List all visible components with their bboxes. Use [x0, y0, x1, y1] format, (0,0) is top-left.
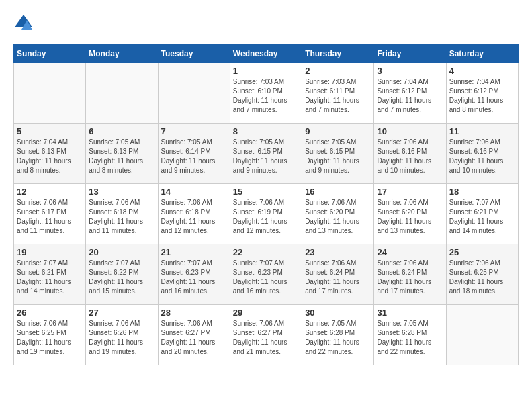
day-number: 6 — [89, 126, 154, 136]
day-info: Sunrise: 7:06 AM Sunset: 6:19 PM Dayligh… — [233, 198, 299, 236]
day-info: Sunrise: 7:06 AM Sunset: 6:27 PM Dayligh… — [161, 319, 227, 357]
day-number: 21 — [161, 247, 227, 257]
day-number: 8 — [233, 126, 299, 136]
day-info: Sunrise: 7:06 AM Sunset: 6:16 PM Dayligh… — [377, 138, 443, 175]
calendar-cell: 26Sunrise: 7:06 AM Sunset: 6:25 PM Dayli… — [14, 305, 86, 365]
day-info: Sunrise: 7:05 AM Sunset: 6:15 PM Dayligh… — [305, 138, 371, 175]
week-row-4: 19Sunrise: 7:07 AM Sunset: 6:21 PM Dayli… — [14, 244, 519, 305]
day-number: 9 — [305, 126, 371, 136]
weekday-header-tuesday: Tuesday — [158, 45, 230, 63]
day-number: 12 — [17, 187, 83, 197]
day-number: 3 — [377, 66, 443, 76]
calendar-cell — [158, 63, 230, 124]
calendar-cell: 8Sunrise: 7:05 AM Sunset: 6:15 PM Daylig… — [230, 124, 302, 184]
day-info: Sunrise: 7:06 AM Sunset: 6:27 PM Dayligh… — [233, 319, 299, 357]
calendar-cell: 13Sunrise: 7:06 AM Sunset: 6:18 PM Dayli… — [86, 184, 158, 244]
calendar-cell: 16Sunrise: 7:06 AM Sunset: 6:20 PM Dayli… — [302, 184, 374, 244]
logo-icon — [13, 13, 34, 34]
day-info: Sunrise: 7:04 AM Sunset: 6:12 PM Dayligh… — [377, 77, 443, 115]
day-info: Sunrise: 7:05 AM Sunset: 6:14 PM Dayligh… — [161, 138, 227, 175]
day-number: 17 — [377, 187, 443, 197]
week-row-2: 5Sunrise: 7:04 AM Sunset: 6:13 PM Daylig… — [14, 124, 519, 184]
day-info: Sunrise: 7:06 AM Sunset: 6:17 PM Dayligh… — [17, 198, 83, 236]
day-number: 2 — [305, 66, 371, 76]
calendar-cell: 11Sunrise: 7:06 AM Sunset: 6:16 PM Dayli… — [446, 124, 518, 184]
week-row-3: 12Sunrise: 7:06 AM Sunset: 6:17 PM Dayli… — [14, 184, 519, 244]
calendar-cell — [86, 63, 158, 124]
day-number: 25 — [449, 247, 515, 257]
day-number: 31 — [377, 308, 443, 318]
day-info: Sunrise: 7:05 AM Sunset: 6:28 PM Dayligh… — [377, 319, 443, 357]
day-number: 27 — [89, 308, 154, 318]
calendar-cell: 14Sunrise: 7:06 AM Sunset: 6:18 PM Dayli… — [158, 184, 230, 244]
page-header — [13, 13, 519, 34]
calendar-cell: 27Sunrise: 7:06 AM Sunset: 6:26 PM Dayli… — [86, 305, 158, 365]
calendar-cell: 12Sunrise: 7:06 AM Sunset: 6:17 PM Dayli… — [14, 184, 86, 244]
day-number: 19 — [17, 247, 83, 257]
day-info: Sunrise: 7:06 AM Sunset: 6:16 PM Dayligh… — [449, 138, 515, 175]
weekday-header-saturday: Saturday — [446, 45, 518, 63]
day-info: Sunrise: 7:07 AM Sunset: 6:22 PM Dayligh… — [89, 259, 154, 296]
day-info: Sunrise: 7:06 AM Sunset: 6:26 PM Dayligh… — [89, 319, 154, 357]
calendar-cell: 7Sunrise: 7:05 AM Sunset: 6:14 PM Daylig… — [158, 124, 230, 184]
day-number: 10 — [377, 126, 443, 136]
day-info: Sunrise: 7:06 AM Sunset: 6:18 PM Dayligh… — [89, 198, 154, 236]
day-info: Sunrise: 7:06 AM Sunset: 6:25 PM Dayligh… — [449, 259, 515, 296]
day-number: 30 — [305, 308, 371, 318]
day-info: Sunrise: 7:05 AM Sunset: 6:15 PM Dayligh… — [233, 138, 299, 175]
day-number: 29 — [233, 308, 299, 318]
calendar-cell: 6Sunrise: 7:05 AM Sunset: 6:13 PM Daylig… — [86, 124, 158, 184]
day-info: Sunrise: 7:05 AM Sunset: 6:28 PM Dayligh… — [305, 319, 371, 357]
day-number: 7 — [161, 126, 227, 136]
day-info: Sunrise: 7:06 AM Sunset: 6:20 PM Dayligh… — [377, 198, 443, 236]
calendar-cell: 25Sunrise: 7:06 AM Sunset: 6:25 PM Dayli… — [446, 244, 518, 305]
calendar-cell: 21Sunrise: 7:07 AM Sunset: 6:23 PM Dayli… — [158, 244, 230, 305]
day-info: Sunrise: 7:03 AM Sunset: 6:10 PM Dayligh… — [233, 77, 299, 115]
day-info: Sunrise: 7:06 AM Sunset: 6:18 PM Dayligh… — [161, 198, 227, 236]
calendar-cell: 15Sunrise: 7:06 AM Sunset: 6:19 PM Dayli… — [230, 184, 302, 244]
day-info: Sunrise: 7:04 AM Sunset: 6:13 PM Dayligh… — [17, 138, 83, 175]
day-info: Sunrise: 7:06 AM Sunset: 6:20 PM Dayligh… — [305, 198, 371, 236]
calendar-cell — [14, 63, 86, 124]
day-number: 16 — [305, 187, 371, 197]
logo — [13, 13, 36, 34]
day-info: Sunrise: 7:05 AM Sunset: 6:13 PM Dayligh… — [89, 138, 154, 175]
day-info: Sunrise: 7:07 AM Sunset: 6:23 PM Dayligh… — [233, 259, 299, 296]
day-number: 13 — [89, 187, 154, 197]
day-info: Sunrise: 7:07 AM Sunset: 6:23 PM Dayligh… — [161, 259, 227, 296]
calendar-cell: 5Sunrise: 7:04 AM Sunset: 6:13 PM Daylig… — [14, 124, 86, 184]
day-info: Sunrise: 7:04 AM Sunset: 6:12 PM Dayligh… — [449, 77, 515, 115]
day-number: 5 — [17, 126, 83, 136]
weekday-header-monday: Monday — [86, 45, 158, 63]
calendar-cell: 9Sunrise: 7:05 AM Sunset: 6:15 PM Daylig… — [302, 124, 374, 184]
day-number: 18 — [449, 187, 515, 197]
calendar-cell: 10Sunrise: 7:06 AM Sunset: 6:16 PM Dayli… — [374, 124, 446, 184]
calendar-cell: 1Sunrise: 7:03 AM Sunset: 6:10 PM Daylig… — [230, 63, 302, 124]
day-number: 14 — [161, 187, 227, 197]
calendar: SundayMondayTuesdayWednesdayThursdayFrid… — [13, 44, 519, 365]
day-number: 26 — [17, 308, 83, 318]
day-info: Sunrise: 7:06 AM Sunset: 6:24 PM Dayligh… — [377, 259, 443, 296]
calendar-cell: 24Sunrise: 7:06 AM Sunset: 6:24 PM Dayli… — [374, 244, 446, 305]
calendar-cell — [446, 305, 518, 365]
weekday-header-wednesday: Wednesday — [230, 45, 302, 63]
calendar-cell: 19Sunrise: 7:07 AM Sunset: 6:21 PM Dayli… — [14, 244, 86, 305]
weekday-header-friday: Friday — [374, 45, 446, 63]
day-number: 1 — [233, 66, 299, 76]
day-info: Sunrise: 7:07 AM Sunset: 6:21 PM Dayligh… — [449, 198, 515, 236]
calendar-cell: 4Sunrise: 7:04 AM Sunset: 6:12 PM Daylig… — [446, 63, 518, 124]
day-number: 28 — [161, 308, 227, 318]
day-info: Sunrise: 7:06 AM Sunset: 6:25 PM Dayligh… — [17, 319, 83, 357]
day-info: Sunrise: 7:06 AM Sunset: 6:24 PM Dayligh… — [305, 259, 371, 296]
calendar-cell: 29Sunrise: 7:06 AM Sunset: 6:27 PM Dayli… — [230, 305, 302, 365]
calendar-cell: 23Sunrise: 7:06 AM Sunset: 6:24 PM Dayli… — [302, 244, 374, 305]
weekday-header-sunday: Sunday — [14, 45, 86, 63]
calendar-cell: 31Sunrise: 7:05 AM Sunset: 6:28 PM Dayli… — [374, 305, 446, 365]
day-info: Sunrise: 7:03 AM Sunset: 6:11 PM Dayligh… — [305, 77, 371, 115]
day-number: 23 — [305, 247, 371, 257]
week-row-1: 1Sunrise: 7:03 AM Sunset: 6:10 PM Daylig… — [14, 63, 519, 124]
day-number: 22 — [233, 247, 299, 257]
day-number: 11 — [449, 126, 515, 136]
weekday-header-row: SundayMondayTuesdayWednesdayThursdayFrid… — [14, 45, 519, 63]
day-number: 24 — [377, 247, 443, 257]
